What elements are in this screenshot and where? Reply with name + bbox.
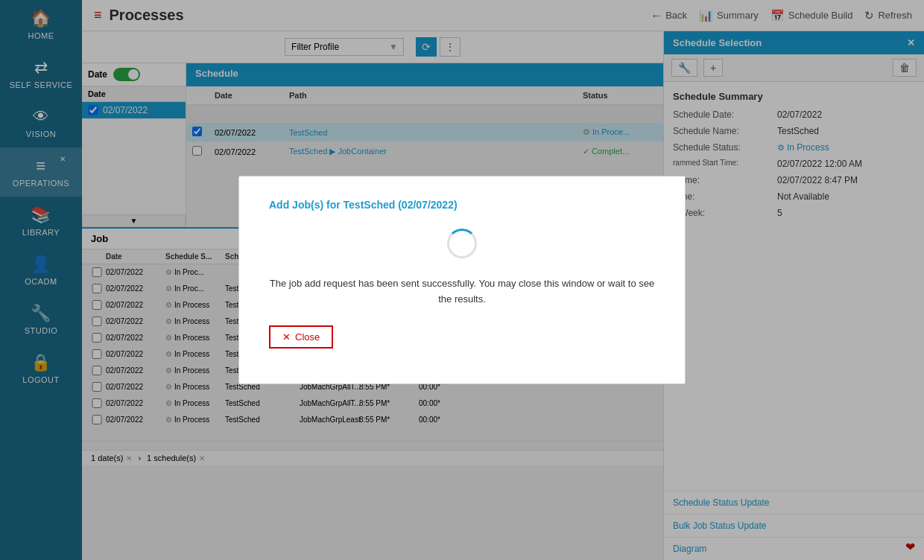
modal-title: Add Job(s) for TestSched (02/07/2022) xyxy=(269,199,655,211)
close-label: Close xyxy=(295,331,320,343)
modal-dialog: Add Job(s) for TestSched (02/07/2022) Th… xyxy=(238,176,686,384)
close-x-icon: ✕ xyxy=(282,331,291,343)
modal-overlay: Add Job(s) for TestSched (02/07/2022) Th… xyxy=(0,0,924,560)
spinner-area xyxy=(269,229,655,258)
modal-close-button[interactable]: ✕ Close xyxy=(269,325,333,349)
loading-spinner xyxy=(447,229,477,258)
modal-message: The job add request has been sent succes… xyxy=(269,276,655,308)
